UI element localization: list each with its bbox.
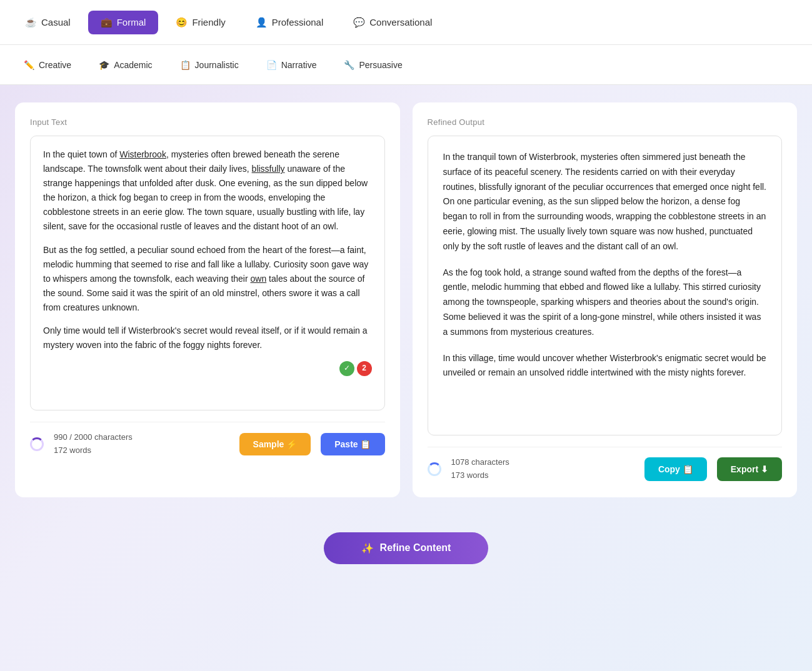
persuasive-icon: 🔧 xyxy=(344,60,354,70)
creative-icon: ✏️ xyxy=(24,60,34,70)
top-navigation: ☕ Casual 💼 Formal 😊 Friendly 👤 Professio… xyxy=(0,0,812,45)
input-paragraph-2: But as the fog settled, a peculiar sound… xyxy=(43,243,372,315)
error-count-badge: 2 xyxy=(357,361,372,376)
badge-row: ✓ 2 xyxy=(43,361,372,376)
own-link[interactable]: own xyxy=(251,274,267,284)
nav-btn-professional[interactable]: 👤 Professional xyxy=(243,11,336,34)
formal-icon: 💼 xyxy=(101,17,113,28)
casual-icon: ☕ xyxy=(25,17,37,28)
output-text-box: In the tranquil town of Wisterbrook, mys… xyxy=(428,136,783,435)
refine-content-button[interactable]: ✨ Refine Content xyxy=(324,532,489,564)
subnav-btn-creative[interactable]: ✏️ Creative xyxy=(13,54,83,76)
wisterbrook-link-1[interactable]: Wisterbrook xyxy=(119,149,166,159)
grammar-badge: ✓ xyxy=(339,361,354,376)
input-paragraph-1: In the quiet town of Wisterbrook, myster… xyxy=(43,147,372,234)
output-panel: Refined Output In the tranquil town of W… xyxy=(413,102,798,497)
subnav-btn-persuasive[interactable]: 🔧 Persuasive xyxy=(333,54,413,76)
main-content: Input Text In the quiet town of Wisterbr… xyxy=(0,85,812,515)
friendly-icon: 😊 xyxy=(176,17,188,28)
refine-bar: ✨ Refine Content xyxy=(0,515,812,577)
paste-button[interactable]: Paste 📋 xyxy=(321,433,384,455)
output-panel-label: Refined Output xyxy=(428,117,783,127)
narrative-icon: 📄 xyxy=(266,60,277,70)
nav-btn-friendly[interactable]: 😊 Friendly xyxy=(163,11,238,34)
sample-button[interactable]: Sample ⚡ xyxy=(239,433,311,455)
nav-btn-conversational[interactable]: 💬 Conversational xyxy=(341,11,444,34)
output-paragraph-2: As the fog took hold, a strange sound wa… xyxy=(443,266,767,340)
input-panel: Input Text In the quiet town of Wisterbr… xyxy=(15,102,400,497)
subnav-btn-academic[interactable]: 🎓 Academic xyxy=(88,54,163,76)
export-button[interactable]: Export ⬇ xyxy=(717,457,782,481)
output-stats-text: 1078 characters 173 words xyxy=(451,456,634,482)
refine-sparkle-icon: ✨ xyxy=(361,542,374,554)
output-stats-row: 1078 characters 173 words Copy 📋 Export … xyxy=(428,447,783,482)
output-loading-spinner xyxy=(428,462,441,476)
academic-icon: 🎓 xyxy=(99,60,109,70)
output-paragraph-1: In the tranquil town of Wisterbrook, mys… xyxy=(443,150,767,254)
blissfully-link[interactable]: blissfully xyxy=(252,164,285,174)
subnav-btn-narrative[interactable]: 📄 Narrative xyxy=(255,54,328,76)
output-paragraph-3: In this village, time would uncover whet… xyxy=(443,351,767,381)
loading-spinner xyxy=(30,437,44,451)
copy-button[interactable]: Copy 📋 xyxy=(644,457,707,481)
input-text-box[interactable]: In the quiet town of Wisterbrook, myster… xyxy=(30,136,385,410)
subnav-btn-journalistic[interactable]: 📋 Journalistic xyxy=(169,54,250,76)
sub-navigation: ✏️ Creative 🎓 Academic 📋 Journalistic 📄 … xyxy=(0,45,812,85)
nav-btn-formal[interactable]: 💼 Formal xyxy=(88,11,159,34)
input-panel-label: Input Text xyxy=(30,117,385,127)
journalistic-icon: 📋 xyxy=(180,60,191,70)
input-stats-row: 990 / 2000 characters 172 words Sample ⚡… xyxy=(30,422,385,466)
professional-icon: 👤 xyxy=(256,17,268,28)
nav-btn-casual[interactable]: ☕ Casual xyxy=(13,11,83,34)
input-stats-text: 990 / 2000 characters 172 words xyxy=(54,431,229,457)
conversational-icon: 💬 xyxy=(353,17,365,28)
input-paragraph-3: Only time would tell if Wisterbrook's se… xyxy=(43,324,372,352)
